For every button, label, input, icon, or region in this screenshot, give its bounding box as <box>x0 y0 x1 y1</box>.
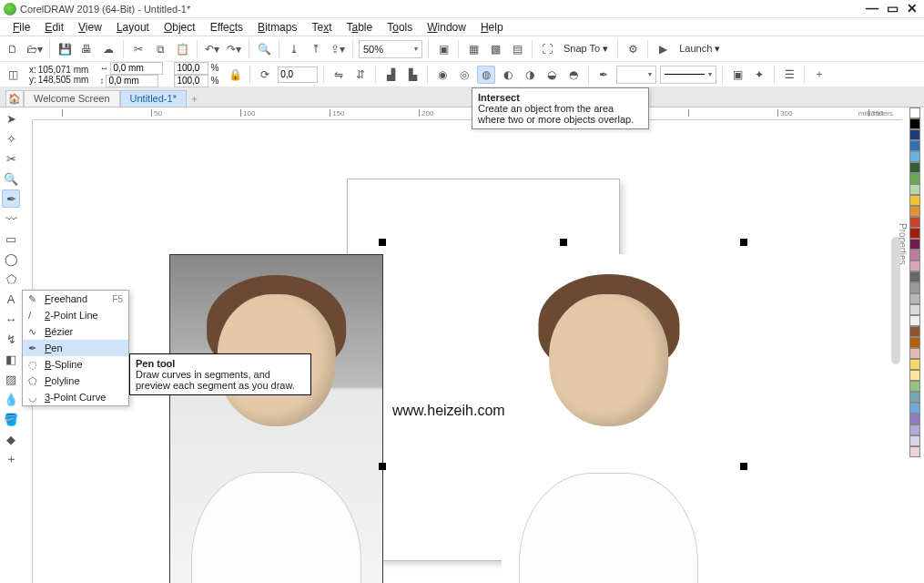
color-swatch[interactable] <box>909 293 920 304</box>
back-minus-front-button[interactable]: ◒ <box>543 66 561 84</box>
color-swatch[interactable] <box>909 424 920 435</box>
snap-off-button[interactable]: ⛶ <box>538 40 556 58</box>
color-swatch[interactable] <box>909 228 920 239</box>
show-rulers-button[interactable]: ▦ <box>464 40 482 58</box>
color-swatch[interactable] <box>909 446 920 457</box>
color-swatch[interactable] <box>909 140 920 151</box>
color-swatch[interactable] <box>909 261 920 271</box>
transparency-tool[interactable]: ▨ <box>2 370 20 388</box>
home-tab-button[interactable]: 🏠 <box>5 90 24 107</box>
mirror-h-button[interactable]: ⇋ <box>330 66 348 84</box>
color-swatch[interactable] <box>909 173 920 184</box>
color-swatch[interactable] <box>909 250 920 261</box>
align-distribute-button[interactable]: ☰ <box>780 66 798 84</box>
flyout-item-2-point-line[interactable]: /2-Point Line <box>23 307 128 323</box>
simplify-button[interactable]: ◐ <box>499 66 517 84</box>
pick-tool[interactable]: ➤ <box>2 109 20 128</box>
outline-width-combo[interactable]: ▾ <box>616 66 656 84</box>
handle-top-right[interactable] <box>740 239 747 246</box>
color-swatch[interactable] <box>909 414 920 424</box>
bitmap-image-right[interactable] <box>502 254 716 583</box>
add-preset-button[interactable]: ＋ <box>810 66 828 84</box>
flyout-item-b-spline[interactable]: ◌B-Spline <box>23 356 128 373</box>
add-tab-button[interactable]: ＋ <box>187 90 203 107</box>
print-button[interactable]: 🖶 <box>77 40 96 58</box>
bitmap-image-left[interactable] <box>169 254 383 583</box>
paste-button[interactable]: 📋 <box>173 40 191 58</box>
rotation-input[interactable] <box>278 66 318 83</box>
search-button[interactable]: 🔍 <box>255 40 273 58</box>
color-swatch[interactable] <box>909 304 920 315</box>
wrap-text-button[interactable]: ▣ <box>728 66 746 84</box>
show-guides-button[interactable]: ▤ <box>508 40 526 58</box>
object-origin-button[interactable]: ◫ <box>4 66 22 84</box>
color-swatch[interactable] <box>909 195 920 206</box>
vertical-scrollbar[interactable] <box>891 237 900 364</box>
smart-fill-tool[interactable]: ◆ <box>2 430 20 448</box>
text-tool[interactable]: A <box>2 290 20 308</box>
menu-effects[interactable]: Effects <box>203 18 250 36</box>
connector-tool[interactable]: ↯ <box>2 330 20 348</box>
order-back-button[interactable]: ▙ <box>403 66 421 84</box>
publish-button[interactable]: ⇪▾ <box>329 40 347 58</box>
tab-untitled-1[interactable]: Untitled-1* <box>120 90 187 107</box>
color-swatch[interactable] <box>909 315 920 326</box>
color-swatch[interactable] <box>909 107 920 118</box>
line-style-combo[interactable]: ▾ <box>660 66 716 84</box>
menu-layout[interactable]: Layout <box>109 18 157 36</box>
drawing-area[interactable]: millimeters 50100150200250300350 www.hei… <box>22 107 902 583</box>
width-input[interactable] <box>110 62 163 75</box>
color-swatch[interactable] <box>909 206 920 217</box>
color-swatch[interactable] <box>909 337 920 348</box>
ruler-horizontal[interactable]: millimeters 50100150200250300350 <box>33 107 902 120</box>
menu-tools[interactable]: Tools <box>380 18 420 36</box>
tab-welcome[interactable]: Welcome Screen <box>24 90 120 107</box>
convert-curves-button[interactable]: ✦ <box>750 66 768 84</box>
lock-ratio-button[interactable]: 🔒 <box>226 66 244 84</box>
color-swatch[interactable] <box>909 348 920 359</box>
close-button[interactable]: ✕ <box>904 3 920 15</box>
trim-button[interactable]: ◎ <box>455 66 473 84</box>
flyout-item-b-zier[interactable]: ∿Bézier <box>23 323 128 340</box>
front-minus-back-button[interactable]: ◑ <box>521 66 539 84</box>
menu-window[interactable]: Window <box>420 18 473 36</box>
color-swatch[interactable] <box>909 381 920 392</box>
menu-object[interactable]: Object <box>157 18 203 36</box>
shape-tool[interactable]: ✧ <box>2 129 20 148</box>
parallel-dim-tool[interactable]: ↔ <box>2 310 20 328</box>
undo-button[interactable]: ↶▾ <box>203 40 221 58</box>
maximize-button[interactable]: ▭ <box>884 3 900 15</box>
menu-text[interactable]: Text <box>304 18 339 36</box>
export-button[interactable]: ⤒ <box>307 40 325 58</box>
boundary-button[interactable]: ◓ <box>564 66 583 84</box>
menu-table[interactable]: Table <box>340 18 381 36</box>
color-swatch[interactable] <box>909 359 920 370</box>
polygon-tool[interactable]: ⬠ <box>2 270 20 288</box>
zoom-combo[interactable]: 50%▾ <box>359 40 422 58</box>
color-swatch[interactable] <box>909 282 920 293</box>
options-button[interactable]: ⚙ <box>624 40 642 58</box>
snap-to-dropdown[interactable]: Snap To ▾ <box>560 43 612 55</box>
color-swatch[interactable] <box>909 326 920 337</box>
menu-edit[interactable]: Edit <box>37 18 71 36</box>
menu-help[interactable]: Help <box>473 18 511 36</box>
toolbox-expand[interactable]: ＋ <box>2 450 20 468</box>
minimize-button[interactable]: — <box>864 3 880 15</box>
ellipse-tool[interactable]: ◯ <box>2 250 20 268</box>
flyout-item-freehand[interactable]: ✎FreehandF5 <box>23 291 128 307</box>
color-swatch[interactable] <box>909 403 920 414</box>
color-swatch[interactable] <box>909 392 920 403</box>
scale-x-input[interactable] <box>174 62 208 75</box>
save-button[interactable]: 💾 <box>56 40 74 58</box>
flyout-item-pen[interactable]: ✒Pen <box>23 340 128 356</box>
color-swatch[interactable] <box>909 118 920 129</box>
mirror-v-button[interactable]: ⇵ <box>351 66 370 84</box>
color-swatch[interactable] <box>909 184 920 195</box>
show-grid-button[interactable]: ▩ <box>486 40 504 58</box>
flyout-item-polyline[interactable]: ⬠Polyline <box>23 373 128 389</box>
color-swatch[interactable] <box>909 162 920 173</box>
copy-button[interactable]: ⧉ <box>151 40 169 58</box>
handle-mid-right[interactable] <box>740 463 747 470</box>
launch-dropdown[interactable]: Launch ▾ <box>675 43 724 55</box>
fullscreen-button[interactable]: ▣ <box>434 40 452 58</box>
